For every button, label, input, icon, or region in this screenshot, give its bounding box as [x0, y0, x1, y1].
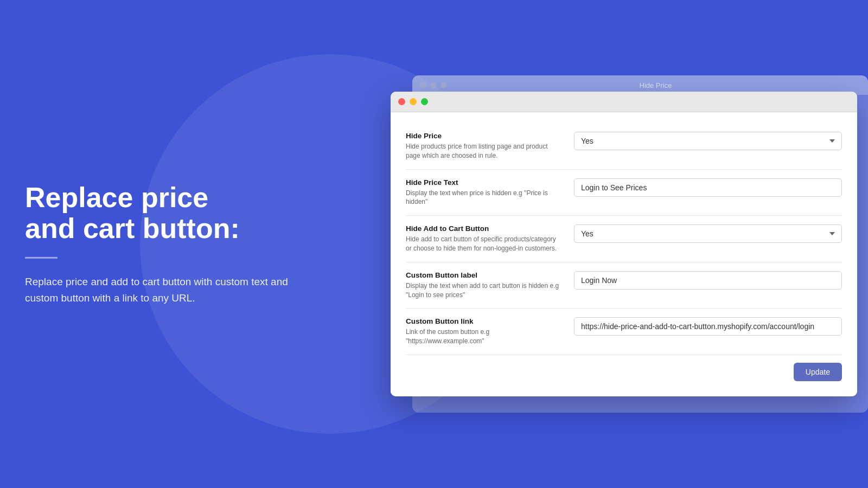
label-hide-price: Hide Price	[406, 132, 563, 140]
subtitle: Replace price and add to cart button wit…	[25, 274, 296, 306]
label-hide-cart: Hide Add to Cart Button	[406, 224, 563, 233]
bg-dot-3	[441, 82, 447, 88]
form-row-hide-price: Hide Price Hide products price from list…	[406, 123, 842, 170]
desc-custom-label: Display the text when add to cart button…	[406, 281, 563, 300]
form-row-hide-cart: Hide Add to Cart Button Hide add to cart…	[406, 216, 842, 262]
title-line2: and cart button:	[25, 213, 240, 244]
titlebar	[391, 92, 857, 112]
label-area-hide-price-text: Hide Price Text Display the text when pr…	[406, 178, 563, 207]
control-custom-link[interactable]	[574, 317, 842, 336]
title-line1: Replace price	[25, 182, 208, 213]
input-custom-button-label[interactable]	[574, 271, 842, 290]
desc-hide-price: Hide products price from listing page an…	[406, 142, 563, 160]
right-panel: Hide Price Hide Price Hide products pric…	[380, 92, 868, 396]
input-custom-button-link[interactable]	[574, 317, 842, 336]
control-hide-price[interactable]: Yes No	[574, 132, 842, 150]
bg-dot-1	[420, 82, 426, 88]
form-row-custom-link: Custom Button link Link of the custom bu…	[406, 309, 842, 355]
label-hide-price-text: Hide Price Text	[406, 178, 563, 187]
label-area-custom-link: Custom Button link Link of the custom bu…	[406, 317, 563, 346]
select-hide-cart[interactable]: Yes No	[574, 224, 842, 243]
control-hide-price-text[interactable]	[574, 178, 842, 197]
form-footer: Update	[406, 355, 842, 383]
label-area-custom-label: Custom Button label Display the text whe…	[406, 271, 563, 300]
form-content: Hide Price Hide products price from list…	[391, 112, 857, 396]
main-window: Hide Price Hide products price from list…	[391, 92, 857, 396]
title-divider	[25, 257, 58, 259]
main-title: Replace price and cart button:	[25, 182, 296, 244]
select-hide-price[interactable]: Yes No	[574, 132, 842, 150]
dot-red[interactable]	[398, 98, 405, 105]
desc-hide-price-text: Display the text when price is hidden e.…	[406, 189, 563, 207]
dot-green[interactable]	[421, 98, 428, 105]
control-custom-label[interactable]	[574, 271, 842, 290]
label-custom-button-label: Custom Button label	[406, 271, 563, 279]
form-row-custom-label: Custom Button label Display the text whe…	[406, 262, 842, 309]
input-hide-price-text[interactable]	[574, 178, 842, 197]
label-custom-button-link: Custom Button link	[406, 317, 563, 325]
control-hide-cart[interactable]: Yes No	[574, 224, 842, 243]
update-button[interactable]: Update	[794, 363, 842, 381]
label-area-hide-price: Hide Price Hide products price from list…	[406, 132, 563, 160]
dot-yellow[interactable]	[410, 98, 417, 105]
label-area-hide-cart: Hide Add to Cart Button Hide add to cart…	[406, 224, 563, 253]
window-bg-title: Hide Price	[640, 81, 672, 89]
left-panel: Replace price and cart button: Replace p…	[25, 182, 296, 306]
desc-hide-cart: Hide add to cart button of specific prod…	[406, 235, 563, 253]
bg-dot-2	[430, 82, 437, 88]
desc-custom-link: Link of the custom button e.g "https://w…	[406, 328, 563, 346]
form-row-hide-price-text: Hide Price Text Display the text when pr…	[406, 170, 842, 216]
